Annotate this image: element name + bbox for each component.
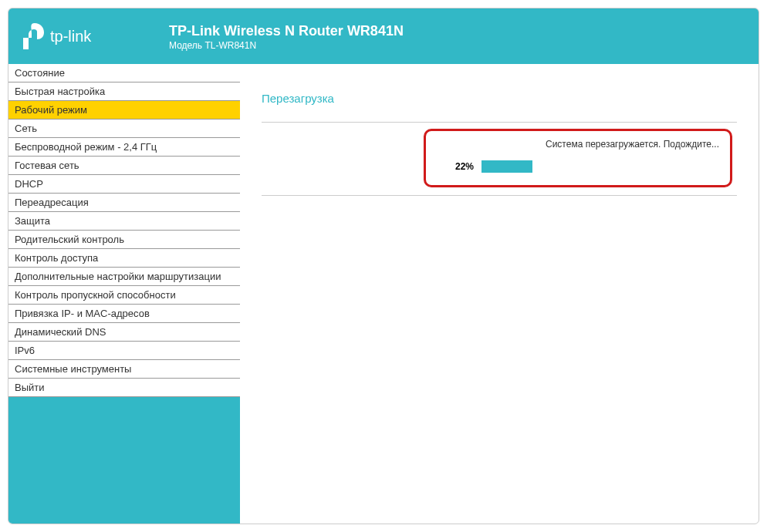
nav-label: Контроль доступа: [15, 252, 98, 264]
app-header: tp-link TP-Link Wireless N Router WR841N…: [8, 8, 759, 64]
nav-item-dhcp[interactable]: DHCP: [8, 175, 240, 194]
divider: [262, 195, 737, 196]
nav-label: Быстрая настройка: [15, 86, 105, 97]
divider: [262, 122, 737, 123]
nav-item-logout[interactable]: Выйти: [8, 379, 240, 397]
nav-item-guest-network[interactable]: Гостевая сеть: [8, 157, 240, 175]
nav-item-wireless[interactable]: Беспроводной режим - 2,4 ГГц: [8, 138, 240, 157]
nav-label: Состояние: [15, 67, 65, 79]
brand-name: tp-link: [50, 28, 91, 45]
nav-label: Динамический DNS: [15, 326, 106, 338]
brand-logo: tp-link: [22, 22, 169, 50]
nav-label: IPv6: [15, 345, 35, 356]
nav-label: Сеть: [15, 123, 37, 134]
nav-item-parental-control[interactable]: Родительский контроль: [8, 231, 240, 249]
header-title-block: TP-Link Wireless N Router WR841N Модель …: [169, 21, 404, 52]
tp-link-logo-icon: [22, 22, 46, 50]
nav-item-bandwidth[interactable]: Контроль пропускной способности: [8, 286, 240, 305]
nav-menu: Состояние Быстрая настройка Рабочий режи…: [8, 64, 240, 397]
nav-label: Дополнительные настройки маршрутизации: [15, 271, 221, 282]
nav-item-operation-mode[interactable]: Рабочий режим: [8, 101, 240, 120]
nav-label: Защита: [15, 215, 50, 227]
progress-percent: 22%: [448, 161, 474, 172]
reboot-status-panel: Система перезагружается. Подождите... 22…: [424, 129, 732, 187]
nav-label: Выйти: [15, 382, 45, 393]
nav-item-ddns[interactable]: Динамический DNS: [8, 323, 240, 342]
nav-label: Родительский контроль: [15, 234, 124, 245]
nav-label: Контроль пропускной способности: [15, 289, 176, 301]
nav-item-ip-mac-binding[interactable]: Привязка IP- и MAC-адресов: [8, 305, 240, 323]
progress-bar: [481, 160, 713, 173]
progress-bar-fill: [481, 160, 532, 173]
nav-item-access-control[interactable]: Контроль доступа: [8, 249, 240, 268]
nav-label: Системные инструменты: [15, 363, 131, 375]
nav-item-forwarding[interactable]: Переадресация: [8, 194, 240, 212]
nav-item-system-tools[interactable]: Системные инструменты: [8, 360, 240, 379]
main-content: Перезагрузка Система перезагружается. По…: [240, 64, 759, 524]
nav-item-routing[interactable]: Дополнительные настройки маршрутизации: [8, 268, 240, 286]
nav-item-network[interactable]: Сеть: [8, 120, 240, 138]
nav-item-quick-setup[interactable]: Быстрая настройка: [8, 82, 240, 101]
nav-item-status[interactable]: Состояние: [8, 64, 240, 82]
product-model: Модель TL-WR841N: [169, 39, 404, 52]
sidebar: Состояние Быстрая настройка Рабочий режи…: [8, 64, 240, 524]
progress-row: 22%: [437, 160, 719, 173]
nav-item-ipv6[interactable]: IPv6: [8, 342, 240, 360]
nav-label: Рабочий режим: [15, 104, 87, 116]
nav-item-security[interactable]: Защита: [8, 212, 240, 231]
nav-label: Переадресация: [15, 197, 89, 208]
status-message: Система перезагружается. Подождите...: [437, 139, 719, 150]
nav-label: Гостевая сеть: [15, 160, 79, 171]
page-title: Перезагрузка: [262, 92, 737, 122]
product-title: TP-Link Wireless N Router WR841N: [169, 22, 404, 39]
nav-label: Привязка IP- и MAC-адресов: [15, 308, 150, 319]
nav-label: Беспроводной режим - 2,4 ГГц: [15, 141, 157, 153]
nav-label: DHCP: [15, 178, 43, 190]
